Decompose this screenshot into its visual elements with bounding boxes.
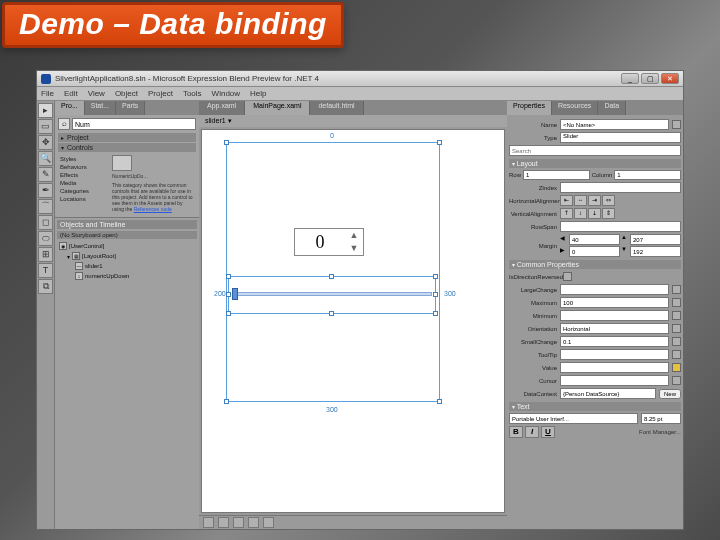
cursor-field[interactable] [560,375,669,386]
bold-button[interactable]: B [509,426,523,438]
tab-default[interactable]: default.html [310,101,363,115]
row-field[interactable] [523,170,590,180]
annotations-icon[interactable] [263,517,274,528]
tooltip-field[interactable] [560,349,669,360]
zindex-field[interactable] [560,182,681,193]
nud-spinner[interactable]: ▲▼ [345,229,363,255]
tree-numericupdown[interactable]: ↕numericUpDown [57,271,197,281]
rowspan-field[interactable] [560,221,681,232]
maximum-field[interactable] [560,297,669,308]
selection-tool[interactable]: ▸ [38,103,53,118]
datacontext-new-button[interactable]: New [659,389,681,399]
font-size-field[interactable] [641,413,681,424]
menu-window[interactable]: Window [212,89,240,98]
value-field[interactable] [560,362,669,373]
halign-left[interactable]: ⇤ [560,195,573,206]
tab-properties[interactable]: Properties [507,101,552,115]
tab-mainpage[interactable]: MainPage.xaml [245,101,310,115]
assets-locations[interactable]: Locations [60,195,108,203]
margin-bottom[interactable] [630,246,681,257]
menu-tools[interactable]: Tools [183,89,202,98]
tree-slider[interactable]: —slider1 [57,261,197,271]
direct-select-tool[interactable]: ▭ [38,119,53,134]
datacontext-field[interactable] [560,388,656,399]
asset-tool[interactable]: ⧉ [38,279,53,294]
rectangle-tool[interactable]: ◻ [38,215,53,230]
artboard[interactable]: 0 300 200 300 0 ▲▼ [201,129,505,513]
valign-stretch[interactable]: ⇕ [602,208,615,219]
smallchange-field[interactable] [560,336,669,347]
halign-right[interactable]: ⇥ [588,195,601,206]
valign-bottom[interactable]: ⤓ [588,208,601,219]
grid-tool[interactable]: ⊞ [38,247,53,262]
margin-top[interactable] [630,234,681,245]
tab-appxaml[interactable]: App.xaml [199,101,245,115]
close-button[interactable]: ✕ [661,73,679,84]
name-marker[interactable] [672,120,681,129]
breadcrumb[interactable]: slider1 ▾ [199,115,507,127]
orientation-field[interactable] [560,323,669,334]
assets-styles[interactable]: Styles [60,155,108,163]
menu-project[interactable]: Project [148,89,173,98]
control-thumb[interactable] [112,155,132,171]
zoom-tool[interactable]: 🔍 [38,151,53,166]
assets-effects[interactable]: Effects [60,171,108,179]
column-field[interactable] [614,170,681,180]
margin-left[interactable] [569,234,620,245]
menu-help[interactable]: Help [250,89,266,98]
minimize-button[interactable]: _ [621,73,639,84]
pan-tool[interactable]: ✥ [38,135,53,150]
text-section[interactable]: Text [509,402,681,411]
storyboard-row[interactable]: (No Storyboard open) [57,231,197,239]
menu-object[interactable]: Object [115,89,138,98]
valign-top[interactable]: ⤒ [560,208,573,219]
slider-thumb[interactable] [232,288,238,300]
property-search-input[interactable] [509,145,681,156]
value-binding-marker[interactable] [672,363,681,372]
assets-behaviors[interactable]: Behaviors [60,163,108,171]
italic-button[interactable]: I [525,426,539,438]
menu-view[interactable]: View [88,89,105,98]
pen-tool[interactable]: ✒ [38,183,53,198]
zoom-icon[interactable] [203,517,214,528]
down-arrow-icon[interactable]: ▼ [345,242,363,255]
common-props-section[interactable]: Common Properties [509,260,681,269]
margin-right[interactable] [569,246,620,257]
tab-states[interactable]: Stat... [85,101,116,115]
window-titlebar[interactable]: SilverlightApplication8.sln - Microsoft … [37,71,683,87]
grid-toggle-icon[interactable] [218,517,229,528]
name-field[interactable] [560,119,669,130]
halign-center[interactable]: ↔ [574,195,587,206]
ellipse-tool[interactable]: ⬭ [38,231,53,246]
tab-data[interactable]: Data [598,101,626,115]
tree-usercontrol[interactable]: ◉[UserControl] [57,241,197,251]
valign-center[interactable]: ↕ [574,208,587,219]
menu-file[interactable]: File [41,89,54,98]
minimum-field[interactable] [560,310,669,321]
eye-icon[interactable]: ◉ [59,242,67,250]
assets-controls[interactable]: Controls [58,143,196,152]
tab-projects[interactable]: Pro... [55,101,85,115]
eyedropper-tool[interactable]: ✎ [38,167,53,182]
snaplines-icon[interactable] [248,517,259,528]
tree-layoutroot[interactable]: ▾▦[LayoutRoot] [57,251,197,261]
numeric-updown-control[interactable]: 0 ▲▼ [294,228,364,256]
assets-search-input[interactable] [72,118,196,130]
font-manager-link[interactable]: Font Manager... [639,429,681,435]
assets-categories[interactable]: Categories [60,187,108,195]
tab-parts[interactable]: Parts [116,101,145,115]
layout-section[interactable]: Layout [509,159,681,168]
snap-icon[interactable] [233,517,244,528]
underline-button[interactable]: U [541,426,555,438]
references-link[interactable]: References node [134,206,172,212]
assets-media[interactable]: Media [60,179,108,187]
assets-project[interactable]: Project [58,133,196,142]
font-family-field[interactable] [509,413,638,424]
halign-stretch[interactable]: ⇔ [602,195,615,206]
largechange-field[interactable] [560,284,669,295]
slider-control[interactable] [232,280,432,310]
text-tool[interactable]: T [38,263,53,278]
up-arrow-icon[interactable]: ▲ [345,229,363,242]
maximize-button[interactable]: ▢ [641,73,659,84]
path-tool[interactable]: ⌒ [38,199,53,214]
